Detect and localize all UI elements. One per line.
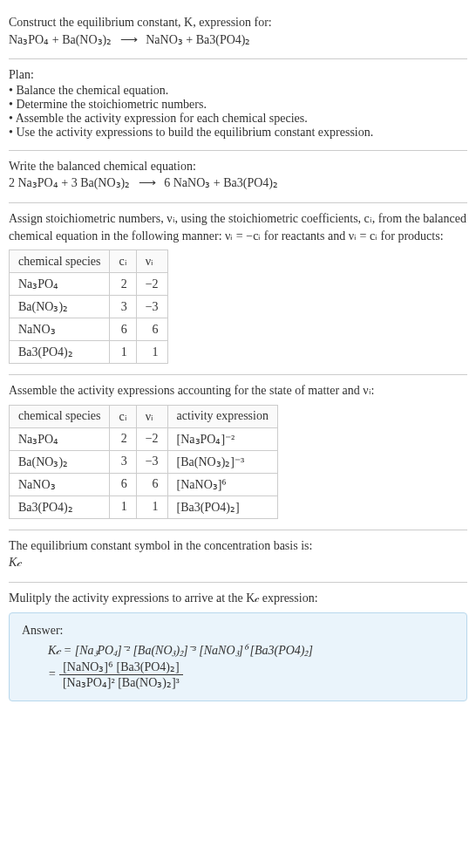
col-activity: activity expression xyxy=(167,405,277,427)
balanced-equation: 2 Na₃PO₄ + 3 Ba(NO₃)₂ ⟶ 6 NaNO₃ + Ba3(PO… xyxy=(9,174,467,192)
col-ci: cᵢ xyxy=(110,250,136,273)
table-header-row: chemical species cᵢ νᵢ activity expressi… xyxy=(10,405,278,427)
symbol-value: K𝒸 xyxy=(9,554,467,571)
answer-label: Answer: xyxy=(22,622,454,639)
stoich-section: Assign stoichiometric numbers, νᵢ, using… xyxy=(9,203,467,375)
table-row: Ba3(PO4)₂11[Ba3(PO4)₂] xyxy=(10,496,278,518)
symbol-text: The equilibrium constant symbol in the c… xyxy=(9,537,467,555)
plan-item: Use the activity expressions to build th… xyxy=(9,126,467,140)
col-species: chemical species xyxy=(10,250,110,273)
plan-heading: Plan: xyxy=(9,66,467,84)
balanced-section: Write the balanced chemical equation: 2 … xyxy=(9,151,467,203)
intro-equation: Na₃PO₄ + Ba(NO₃)₂ ⟶ NaNO₃ + Ba3(PO4)₂ xyxy=(9,31,467,49)
lhs2: Ba(NO₃)₂ xyxy=(62,33,112,46)
answer-line2: = [NaNO₃]⁶ [Ba3(PO4)₂] [Na₃PO₄]² [Ba(NO₃… xyxy=(48,660,454,690)
plan-item: Assemble the activity expression for eac… xyxy=(9,112,467,126)
table-row: NaNO₃66[NaNO₃]⁶ xyxy=(10,473,278,496)
table-row: NaNO₃66 xyxy=(10,318,168,341)
plan-item: Balance the chemical equation. xyxy=(9,84,467,98)
stoich-table: chemical species cᵢ νᵢ Na₃PO₄2−2 Ba(NO₃)… xyxy=(9,249,168,364)
answer-box: Answer: K𝒸 = [Na₃PO₄]⁻² [Ba(NO₃)₂]⁻³ [Na… xyxy=(9,612,467,702)
col-ci: cᵢ xyxy=(110,405,136,427)
rhs2: Ba3(PO4)₂ xyxy=(196,33,251,46)
plan-list: Balance the chemical equation. Determine… xyxy=(9,84,467,140)
table-row: Ba(NO₃)₂3−3[Ba(NO₃)₂]⁻³ xyxy=(10,450,278,473)
symbol-section: The equilibrium constant symbol in the c… xyxy=(9,530,467,583)
intro-section: Construct the equilibrium constant, K, e… xyxy=(9,7,467,59)
col-vi: νᵢ xyxy=(136,250,167,273)
multiply-text: Mulitply the activity expressions to arr… xyxy=(9,590,467,607)
fraction-numerator: [NaNO₃]⁶ [Ba3(PO4)₂] xyxy=(59,660,183,675)
col-vi: νᵢ xyxy=(136,405,167,427)
answer-body: K𝒸 = [Na₃PO₄]⁻² [Ba(NO₃)₂]⁻³ [NaNO₃]⁶ [B… xyxy=(22,644,454,690)
arrow-icon: ⟶ xyxy=(115,33,143,46)
fraction: [NaNO₃]⁶ [Ba3(PO4)₂] [Na₃PO₄]² [Ba(NO₃)₂… xyxy=(59,660,183,690)
stoich-text: Assign stoichiometric numbers, νᵢ, using… xyxy=(9,210,467,244)
intro-line1: Construct the equilibrium constant, K, e… xyxy=(9,14,467,31)
plan-item: Determine the stoichiometric numbers. xyxy=(9,98,467,112)
table-header-row: chemical species cᵢ νᵢ xyxy=(10,250,168,273)
activity-table: chemical species cᵢ νᵢ activity expressi… xyxy=(9,405,278,519)
table-row: Ba(NO₃)₂3−3 xyxy=(10,296,168,318)
plan-section: Plan: Balance the chemical equation. Det… xyxy=(9,59,467,151)
col-species: chemical species xyxy=(10,405,110,427)
arrow-icon: ⟶ xyxy=(133,176,161,189)
multiply-section: Mulitply the activity expressions to arr… xyxy=(9,583,467,712)
table-row: Ba3(PO4)₂11 xyxy=(10,341,168,364)
lhs1: Na₃PO₄ xyxy=(9,33,49,46)
activity-section: Assemble the activity expressions accoun… xyxy=(9,375,467,530)
answer-line1: K𝒸 = [Na₃PO₄]⁻² [Ba(NO₃)₂]⁻³ [NaNO₃]⁶ [B… xyxy=(48,644,454,658)
balanced-heading: Write the balanced chemical equation: xyxy=(9,158,467,175)
table-row: Na₃PO₄2−2 xyxy=(10,273,168,296)
fraction-denominator: [Na₃PO₄]² [Ba(NO₃)₂]³ xyxy=(59,675,183,690)
rhs1: NaNO₃ xyxy=(146,33,183,46)
activity-text: Assemble the activity expressions accoun… xyxy=(9,382,467,400)
table-row: Na₃PO₄2−2[Na₃PO₄]⁻² xyxy=(10,427,278,450)
